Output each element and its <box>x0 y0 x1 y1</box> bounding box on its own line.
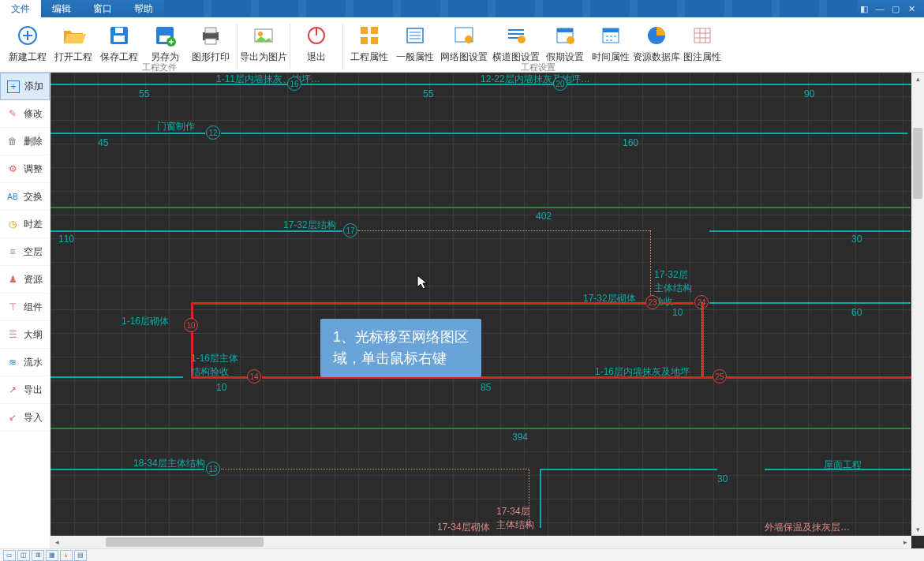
view-mode-2[interactable]: ◫ <box>17 550 30 561</box>
folder-open-icon <box>60 22 87 49</box>
side-adjust[interactable]: ⚙调整 <box>0 155 50 183</box>
export-icon: ↗ <box>6 383 19 396</box>
svg-rect-25 <box>603 28 619 32</box>
save-project-button[interactable]: 保存工程 <box>96 21 142 72</box>
clock-icon: ◷ <box>6 218 19 230</box>
minimize-icon[interactable]: — <box>873 2 886 15</box>
gen-attr-button[interactable]: 一般属性 <box>392 21 438 72</box>
view-mode-4[interactable]: ▦ <box>46 550 58 561</box>
export-image-button[interactable]: 导出为图片 <box>241 21 286 72</box>
side-component[interactable]: ⊤组件 <box>0 294 50 321</box>
svg-rect-16 <box>371 37 378 44</box>
cursor-icon <box>417 275 428 290</box>
menu-edit[interactable]: 编辑 <box>41 0 82 17</box>
vertical-scrollbar[interactable]: ▴ ▾ <box>911 73 924 536</box>
sliders-icon: ⚙ <box>6 163 19 175</box>
menu-help[interactable]: 帮助 <box>123 0 164 17</box>
close-icon[interactable]: ✕ <box>905 2 918 15</box>
status-bar: ▭ ◫ ⊞ ▦ ⫰ ▤ <box>0 548 924 561</box>
view-mode-6[interactable]: ▤ <box>74 550 87 561</box>
time-attr-button[interactable]: 时间属性 <box>588 21 634 72</box>
scroll-thumb-v[interactable] <box>913 128 922 199</box>
maximize-icon[interactable]: ▢ <box>889 2 902 15</box>
scroll-left-icon[interactable]: ◂ <box>51 536 63 548</box>
network-diagram-area[interactable]: document.write(Array.from({length:40},(_… <box>51 73 924 548</box>
ribbon-group-2: 工程设置 <box>521 62 556 73</box>
menu-window[interactable]: 窗口 <box>82 0 123 17</box>
svg-point-23 <box>567 36 574 44</box>
side-empty[interactable]: ≡空层 <box>0 238 50 266</box>
menu-bar: 文件 编辑 窗口 帮助 ◧ — ▢ ✕ <box>0 0 924 17</box>
svg-rect-2 <box>114 36 125 42</box>
pencil-icon: ✎ <box>6 107 19 120</box>
scroll-up-icon[interactable]: ▴ <box>911 73 924 85</box>
net-settings-button[interactable]: 网络图设置 <box>438 21 490 72</box>
view-mode-5[interactable]: ⫰ <box>60 550 73 561</box>
side-delete[interactable]: 🗑删除 <box>0 128 50 155</box>
menu-file[interactable]: 文件 <box>0 0 41 17</box>
view-mode-3[interactable]: ⊞ <box>32 550 44 561</box>
component-icon: ⊤ <box>6 301 19 313</box>
import-icon: ↙ <box>6 411 19 424</box>
side-add[interactable]: +添加 <box>0 73 50 100</box>
power-icon <box>303 22 330 49</box>
grid-icon <box>356 22 383 49</box>
flow-icon: ≋ <box>6 356 19 368</box>
side-swap[interactable]: AB交换 <box>0 183 50 211</box>
svg-rect-9 <box>205 39 216 44</box>
exit-button[interactable]: 退出 <box>294 21 339 72</box>
save-as-icon <box>152 22 178 49</box>
calendar-icon <box>597 22 624 49</box>
style-icon[interactable]: ◧ <box>858 2 870 15</box>
new-project-button[interactable]: 新建工程 <box>5 21 51 72</box>
scroll-down-icon[interactable]: ▾ <box>911 523 924 536</box>
instruction-callout: 1、光标移至网络图区 域，单击鼠标右键 <box>320 319 481 377</box>
svg-rect-22 <box>557 28 573 32</box>
window-controls: ◧ — ▢ ✕ <box>858 2 918 15</box>
print-icon <box>197 22 224 49</box>
plus-icon: + <box>7 80 20 93</box>
trash-icon: 🗑 <box>6 135 19 148</box>
swap-icon: AB <box>6 190 19 203</box>
save-icon <box>106 22 133 49</box>
svg-rect-14 <box>371 27 378 34</box>
outline-icon: ☰ <box>6 328 19 341</box>
horizontal-scrollbar[interactable]: ◂ ▸ <box>51 536 911 548</box>
view-mode-1[interactable]: ▭ <box>3 550 16 561</box>
ribbon: 新建工程 打开工程 保存工程 另存为 图形打印 导出为图片 退出 工程属性 一般… <box>0 17 924 73</box>
svg-rect-15 <box>361 37 368 44</box>
svg-point-20 <box>518 36 526 43</box>
resource-icon: ♟ <box>6 273 19 286</box>
side-outline[interactable]: ☰大纲 <box>0 321 50 349</box>
scroll-right-icon[interactable]: ▸ <box>899 536 911 548</box>
titlebar-decor <box>164 0 858 17</box>
svg-rect-27 <box>694 28 710 43</box>
bar-gear-icon <box>503 22 529 49</box>
layers-icon: ≡ <box>6 245 19 258</box>
pie-icon <box>643 22 670 49</box>
calendar-gear-icon <box>552 22 578 49</box>
svg-rect-13 <box>361 27 368 34</box>
sidebar: +添加 ✎修改 🗑删除 ⚙调整 AB交换 ◷时差 ≡空层 ♟资源 ⊤组件 ☰大纲… <box>0 73 51 548</box>
note-attr-button[interactable]: 图注属性 <box>679 21 725 72</box>
image-export-icon <box>250 22 277 49</box>
svg-rect-3 <box>115 28 123 33</box>
scroll-thumb-h[interactable] <box>106 537 264 547</box>
svg-point-19 <box>465 36 473 43</box>
proj-attr-button[interactable]: 工程属性 <box>346 21 392 72</box>
print-button[interactable]: 图形打印 <box>188 21 234 72</box>
list-icon <box>402 22 428 49</box>
open-project-button[interactable]: 打开工程 <box>51 21 96 72</box>
res-db-button[interactable]: 资源数据库 <box>634 21 679 72</box>
side-flow[interactable]: ≋流水 <box>0 349 50 376</box>
svg-rect-8 <box>205 28 216 33</box>
new-icon <box>14 22 41 49</box>
svg-point-11 <box>258 32 263 36</box>
side-export[interactable]: ↗导出 <box>0 376 50 404</box>
side-import[interactable]: ↙导入 <box>0 404 50 432</box>
net-gear-icon <box>451 22 477 49</box>
ribbon-group-1: 工程文件 <box>142 62 177 73</box>
side-resource[interactable]: ♟资源 <box>0 266 50 294</box>
side-edit[interactable]: ✎修改 <box>0 100 50 128</box>
side-timediff[interactable]: ◷时差 <box>0 211 50 238</box>
